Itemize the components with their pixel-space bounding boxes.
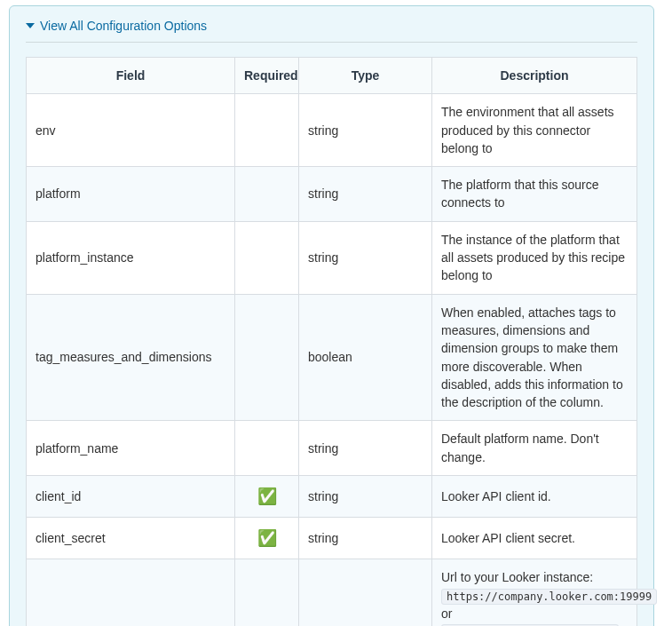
cell-description: Looker API client secret.	[432, 518, 637, 559]
cell-field: platform_name	[27, 421, 235, 476]
collapse-title: View All Configuration Options	[40, 19, 207, 33]
table-header-row: Field Required Type Description	[27, 58, 637, 94]
cell-type: string	[299, 421, 432, 476]
description-text: Looker API client id.	[441, 489, 551, 503]
table-row: platform_instancestringThe instance of t…	[27, 221, 637, 294]
cell-required	[235, 421, 299, 476]
config-panel: View All Configuration Options Field Req…	[9, 5, 654, 626]
table-row: tag_measures_and_dimensionsbooleanWhen e…	[27, 294, 637, 421]
table-header-field: Field	[27, 58, 235, 94]
cell-type: string	[299, 221, 432, 294]
description-text: Default platform name. Don't change.	[441, 432, 599, 464]
description-text: The environment that all assets produced…	[441, 105, 614, 155]
checkmark-icon: ✅	[257, 529, 277, 547]
cell-required: ✅	[235, 559, 299, 626]
cell-description: When enabled, attaches tags to measures,…	[432, 294, 637, 421]
checkmark-icon: ✅	[257, 487, 277, 505]
cell-type: string	[299, 518, 432, 559]
cell-field: client_secret	[27, 518, 235, 559]
table-header-required: Required	[235, 58, 299, 94]
cell-type: string	[299, 167, 432, 222]
cell-field: base_url	[27, 559, 235, 626]
description-text: or	[441, 606, 452, 621]
cell-required	[235, 294, 299, 421]
cell-description: Looker API client id.	[432, 476, 637, 518]
description-text: Looker API client secret.	[441, 531, 575, 545]
table-row: client_id✅stringLooker API client id.	[27, 476, 637, 518]
description-text: The platform that this source connects t…	[441, 178, 598, 210]
description-text: When enabled, attaches tags to measures,…	[441, 305, 623, 409]
cell-type: string	[299, 559, 432, 626]
cell-required	[235, 167, 299, 222]
cell-required	[235, 94, 299, 167]
table-header-description: Description	[432, 58, 637, 94]
description-text: Url to your Looker instance:	[441, 570, 593, 584]
table-row: platformstringThe platform that this sou…	[27, 167, 637, 222]
description-text: The instance of the platform that all as…	[441, 233, 625, 283]
cell-required	[235, 221, 299, 294]
collapse-header[interactable]: View All Configuration Options	[26, 19, 637, 43]
cell-description: Default platform name. Don't change.	[432, 421, 637, 476]
cell-description: The environment that all assets produced…	[432, 94, 637, 167]
cell-description: The instance of the platform that all as…	[432, 221, 637, 294]
cell-field: platform_instance	[27, 221, 235, 294]
table-row: base_url✅stringUrl to your Looker instan…	[27, 559, 637, 626]
table-row: client_secret✅stringLooker API client se…	[27, 518, 637, 559]
cell-description: The platform that this source connects t…	[432, 167, 637, 222]
cell-required: ✅	[235, 476, 299, 518]
cell-field: tag_measures_and_dimensions	[27, 294, 235, 421]
caret-down-icon	[26, 23, 35, 28]
cell-required: ✅	[235, 518, 299, 559]
cell-field: client_id	[27, 476, 235, 518]
table-header-type: Type	[299, 58, 432, 94]
inline-code: https://company.looker.com:19999	[441, 589, 657, 605]
config-table: Field Required Type Description envstrin…	[26, 57, 637, 626]
cell-field: env	[27, 94, 235, 167]
cell-type: string	[299, 476, 432, 518]
cell-field: platform	[27, 167, 235, 222]
table-row: platform_namestringDefault platform name…	[27, 421, 637, 476]
cell-description: Url to your Looker instance: https://com…	[432, 559, 637, 626]
table-row: envstringThe environment that all assets…	[27, 94, 637, 167]
cell-type: string	[299, 94, 432, 167]
cell-type: boolean	[299, 294, 432, 421]
